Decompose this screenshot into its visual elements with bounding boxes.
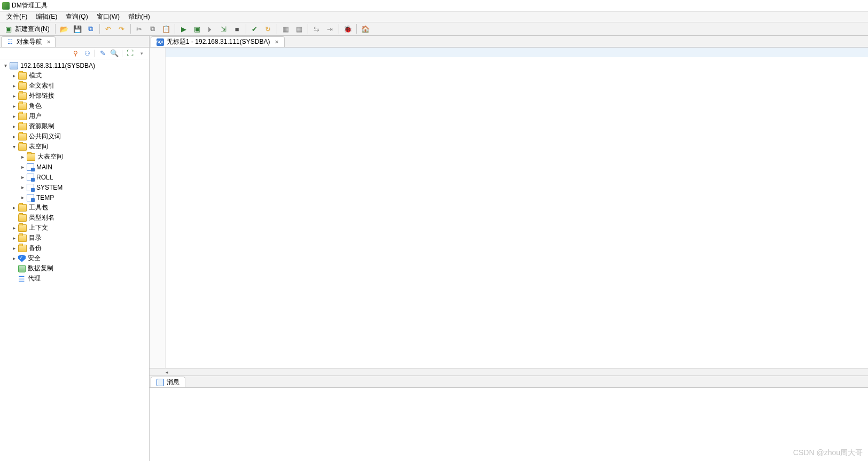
tree-item-typealias[interactable]: 类型别名 [0,213,149,223]
twisty-icon[interactable] [10,102,18,111]
twisty-icon [10,275,18,283]
search-button[interactable]: 🔍 [109,49,120,58]
new-query-button[interactable]: ▣ 新建查询(N) [1,23,53,35]
edit-button[interactable]: ✎ [97,49,108,58]
tree-item-agent[interactable]: ☰ 代理 [0,274,149,284]
twisty-icon[interactable] [10,224,18,232]
tree-label: 全文索引 [29,81,54,90]
folder-icon [18,204,27,212]
tree-item-ts-big[interactable]: 大表空间 [0,152,149,162]
menu-file[interactable]: 文件(F) [2,11,32,22]
grid2-button[interactable]: ▦ [293,23,306,35]
editor-current-line[interactable] [166,48,868,57]
save-button[interactable]: 💾 [71,23,84,35]
tree-item-replication[interactable]: 数据复制 [0,263,149,274]
tree-item-resource[interactable]: 资源限制 [0,121,149,131]
twisty-icon[interactable] [10,122,18,131]
tree-item-catalog[interactable]: 目录 [0,233,149,243]
tree-item-context[interactable]: 上下文 [0,223,149,233]
commit-button[interactable]: ⇲ [217,23,230,35]
tree-item-backup[interactable]: 备份 [0,243,149,253]
twisty-icon[interactable] [18,163,27,171]
twisty-icon[interactable] [10,132,18,141]
tablespace-icon [27,194,34,201]
object-tree[interactable]: 192.168.31.111(SYSDBA) 模式 全文索引 外部链接 角色 [0,59,149,461]
tree-label: TEMP [36,194,54,201]
tree-item-ts-roll[interactable]: ROLL [0,172,149,182]
tree-item-ts-temp[interactable]: TEMP [0,192,149,202]
folder-icon [18,245,27,252]
twisty-icon[interactable] [10,112,18,121]
object-navigator-tab[interactable]: ☷ 对象导航 ✕ [1,36,56,47]
tree-item-ts-main[interactable]: MAIN [0,162,149,172]
twisty-icon[interactable] [18,183,27,192]
messages-tab[interactable]: 消息 [151,377,185,387]
tree-item-security[interactable]: 安全 [0,253,149,263]
tree-item-synonym[interactable]: 公共同义词 [0,131,149,142]
twisty-icon[interactable] [10,82,18,90]
explain-button[interactable]: ⏵ [204,23,217,35]
twisty-icon[interactable] [10,204,18,212]
filter-button[interactable]: ⚇ [82,49,92,58]
tree-item-fulltext[interactable]: 全文索引 [0,81,149,91]
tree-item-roles[interactable]: 角色 [0,101,149,111]
run-button[interactable]: ▶ [177,23,190,35]
tree-item-external[interactable]: 外部链接 [0,91,149,101]
run-script-button[interactable]: ▣ [191,23,204,35]
debug-button[interactable]: 🐞 [341,23,354,35]
editor-tab[interactable]: SQL 无标题1 - 192.168.31.111(SYSDBA) ✕ [151,36,285,47]
tree-label: 数据复制 [28,264,53,273]
main-toolbar: ▣ 新建查询(N) 📂 💾 ⧉ ↶ ↷ ✂ ⧉ 📋 ▶ ▣ ⏵ ⇲ ■ ✔ ↻ … [0,22,868,36]
next-button[interactable]: ⇥ [324,23,337,35]
undo-button[interactable]: ↶ [102,23,115,35]
tree-item-tablespace[interactable]: 表空间 [0,142,149,152]
home-button[interactable]: 🏠 [359,23,372,35]
tree-label: 大表空间 [37,152,63,161]
tree-label: 上下文 [29,223,48,232]
swap-button[interactable]: ⇆ [310,23,323,35]
tree-item-toolkit[interactable]: 工具包 [0,202,149,213]
copy-button[interactable]: ⧉ [146,23,159,35]
menu-button[interactable]: ▾ [136,49,147,58]
menu-window[interactable]: 窗口(W) [92,11,124,22]
twisty-icon[interactable] [10,72,18,80]
redo-button[interactable]: ↷ [115,23,128,35]
stop-button[interactable]: ■ [231,23,244,35]
twisty-icon[interactable] [1,61,10,70]
twisty-icon[interactable] [18,153,27,161]
twisty-icon[interactable] [10,254,18,263]
menu-edit[interactable]: 编辑(E) [32,11,61,22]
next-icon: ⇥ [326,25,334,33]
close-icon[interactable]: ✕ [275,39,279,45]
twisty-icon[interactable] [10,143,18,151]
cut-button[interactable]: ✂ [133,23,146,35]
grid1-button[interactable]: ▦ [279,23,292,35]
twisty-icon[interactable] [18,193,27,202]
twisty-icon[interactable] [10,234,18,243]
save-all-button[interactable]: ⧉ [84,23,97,35]
editor-hscroll[interactable]: ◂ [150,368,868,376]
paste-icon: 📋 [162,25,170,33]
expand-button[interactable]: ⛶ [124,49,135,58]
rollback-button[interactable]: ↻ [262,23,275,35]
tree-root[interactable]: 192.168.31.111(SYSDBA) [0,60,149,71]
close-icon[interactable]: ✕ [46,39,51,45]
twisty-icon[interactable] [18,173,27,182]
open-button[interactable]: 📂 [58,23,71,35]
tree-item-users[interactable]: 用户 [0,111,149,121]
expand-icon: ⛶ [126,49,134,58]
paste-button[interactable]: 📋 [160,23,173,35]
menu-query[interactable]: 查询(Q) [61,11,92,22]
messages-tabs: 消息 [150,376,868,388]
twisty-icon[interactable] [10,92,18,100]
twisty-icon[interactable] [10,244,18,253]
sql-editor[interactable] [150,48,868,368]
scroll-left-icon[interactable]: ◂ [166,369,168,375]
menu-help[interactable]: 帮助(H) [124,11,154,22]
folder-icon [18,224,27,232]
check-button[interactable]: ✔ [248,23,261,35]
tree-item-ts-system[interactable]: SYSTEM [0,182,149,192]
tree-item-schema[interactable]: 模式 [0,71,149,81]
link-button[interactable]: ⚲ [70,49,81,58]
messages-body[interactable] [150,388,868,461]
